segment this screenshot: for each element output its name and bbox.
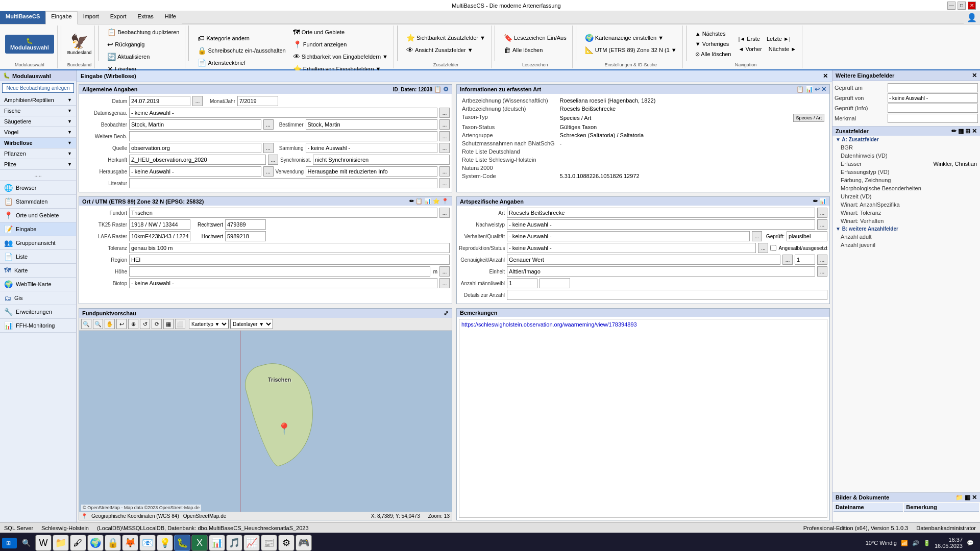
taskbar-word-btn[interactable]: W [35, 535, 52, 551]
fundort-btn[interactable]: ... [439, 208, 450, 218]
sidebar-item-pilze[interactable]: Pilze ▼ [0, 159, 76, 170]
right-panel-close-icon[interactable]: ✕ [972, 72, 977, 79]
sidebar-item-pflanzen[interactable]: Pflanzen ▼ [0, 148, 76, 159]
new-observation-btn[interactable]: Neue Beobachtung anlegen [2, 83, 74, 93]
tree-group-a[interactable]: ▼ A: Zusatzfelder [832, 136, 980, 143]
info-icon3[interactable]: ↩ [815, 86, 820, 93]
orte-gebiete-btn[interactable]: 🗺Orte und Gebiete [290, 27, 390, 38]
tree-child-winart-verhalten[interactable]: Winart: Verhalten [832, 217, 980, 225]
tab-multibasecs[interactable]: MultiBaseCS [0, 11, 45, 24]
sidebar-nav-ffh[interactable]: 📊 FFH-Monitoring [0, 319, 76, 333]
tree-child-morpho[interactable]: Morphologische Besonderheiten [832, 184, 980, 192]
tree-child-datenhinweis[interactable]: Datenhinweis (VD) [832, 152, 980, 160]
sammlung-btn[interactable]: ... [439, 143, 450, 153]
taskbar-excel-btn[interactable]: X [191, 535, 208, 551]
map-marker[interactable]: 📍 [277, 422, 291, 436]
toleranz-input[interactable] [129, 243, 450, 253]
rueckgaengig-btn[interactable]: ↩Rückgängig [105, 39, 182, 50]
tk25-input[interactable] [129, 219, 190, 230]
synchronisat-input[interactable] [313, 155, 450, 165]
zusatz-close-icon[interactable]: ✕ [972, 128, 977, 135]
start-btn[interactable]: ⊞ [2, 538, 17, 548]
tree-child-winart-anzahl[interactable]: Winart: AnzahlSpezifika [832, 201, 980, 209]
laea-input[interactable] [129, 231, 190, 241]
verwendung-input[interactable] [306, 166, 438, 177]
quelle-input[interactable] [129, 143, 261, 153]
modulauswahl-btn[interactable]: 🐛Modulauswahl [5, 35, 54, 54]
kategorie-aendern-btn[interactable]: 🏷Kategorie ändern [195, 33, 288, 44]
sidebar-nav-eingabe[interactable]: 📝 Eingabe [0, 222, 76, 236]
verhalten-btn[interactable]: ... [752, 231, 762, 241]
beobachter-input[interactable] [129, 119, 261, 130]
details-anzahl-input[interactable] [507, 290, 827, 300]
anzahl-w-input[interactable] [540, 278, 570, 288]
sidebar-nav-browser[interactable]: 🌐 Browser [0, 181, 76, 195]
loc-icon1[interactable]: ✏ [409, 198, 414, 205]
taskbar-app-btn[interactable]: 📈 [243, 535, 260, 551]
loc-icon3[interactable]: 📊 [424, 198, 431, 205]
rechtswert-input[interactable] [225, 219, 266, 230]
loc-icon4[interactable]: ⭐ [433, 198, 440, 205]
close-content-btn[interactable]: ✕ [823, 72, 828, 80]
loc-icon5[interactable]: 📍 [442, 198, 449, 205]
biotop-btn[interactable]: ... [439, 278, 450, 288]
taskbar-chart-btn[interactable]: 📊 [209, 535, 225, 551]
art-input[interactable] [507, 208, 815, 218]
data-layer-select[interactable]: Datenlayer ▼ [230, 319, 273, 329]
merkmal-input[interactable] [888, 114, 978, 123]
genauigkeit-btn[interactable]: ... [782, 255, 793, 265]
geprueft-info-input[interactable] [888, 104, 978, 113]
sidebar-nav-stammdaten[interactable]: 📋 Stammdaten [0, 195, 76, 209]
map-grid-btn[interactable]: ▦ [163, 319, 174, 329]
region-input[interactable] [129, 255, 450, 265]
sichtbarkeit-eingabefelder-btn[interactable]: 👁Sichtbarkeit von Eingabefeldern ▼ [290, 51, 390, 62]
erste-btn[interactable]: |◄ Erste [736, 34, 762, 43]
reproduktion-btn[interactable]: ... [758, 243, 768, 253]
aktualisieren-btn[interactable]: 🔄Aktualisieren [105, 51, 182, 62]
alle-loeschen-btn[interactable]: 🗑Alle löschen [501, 44, 569, 56]
map-center-btn[interactable]: ⊕ [128, 319, 138, 329]
map-zoom-in-btn[interactable]: 🔍 [81, 319, 91, 329]
herausgabe-btn[interactable]: ... [263, 166, 274, 177]
sidebar-nav-gruppenansicht[interactable]: 👥 Gruppenansicht [0, 236, 76, 250]
map-back-btn[interactable]: ↩ [116, 319, 127, 329]
user-icon[interactable]: 👤 [964, 11, 980, 24]
tree-child-anzahl-juvenil[interactable]: Anzahl juvenil [832, 241, 980, 249]
zusatz-edit-icon[interactable]: ✏ [951, 128, 957, 135]
sidebar-item-amphibien[interactable]: Amphibien/Reptilien ▼ [0, 95, 76, 106]
sidebar-nav-karte[interactable]: 🗺 Karte [0, 264, 76, 278]
sidebar-item-saeugetiere[interactable]: Säugetiere ▼ [0, 116, 76, 127]
utm-btn[interactable]: 📐UTM (ETRS 89) Zone 32 N (1 ▼ [582, 44, 679, 56]
general-copy-icon[interactable]: 📋 [434, 86, 442, 93]
map-rotate-btn[interactable]: ↺ [140, 319, 150, 329]
tree-child-erfasser[interactable]: ErfasserWinkler, Christian [832, 160, 980, 168]
weitere-beob-btn[interactable]: ... [439, 131, 450, 141]
sidebar-more-btn[interactable]: ..... [0, 170, 76, 180]
map-type-select[interactable]: Kartentyp ▼ [189, 319, 229, 329]
vorheriges-btn[interactable]: ▼ Vorheriges [693, 39, 734, 48]
tree-group-b[interactable]: ▼ B: weitere Anzahlfelder [832, 225, 980, 233]
art-icon1[interactable]: ✏ [813, 198, 818, 205]
taskbar-note-btn[interactable]: 💡 [157, 535, 173, 551]
map-zoom-out-btn[interactable]: 🔍 [93, 319, 103, 329]
tab-eingabe[interactable]: Eingabe [45, 11, 77, 24]
maximize-btn[interactable]: □ [958, 2, 966, 10]
species-art-btn[interactable]: Species / Art [793, 114, 824, 122]
minimize-btn[interactable]: — [947, 2, 955, 10]
geprueft-von-input[interactable] [888, 93, 978, 103]
tree-child-winart-toleranz[interactable]: Winart: Toleranz [832, 209, 980, 217]
geprueft-input[interactable] [787, 231, 827, 241]
herkunft-btn[interactable]: ... [268, 155, 278, 165]
tab-export[interactable]: Export [105, 11, 132, 24]
tab-extras[interactable]: Extras [132, 11, 159, 24]
anzahl-btn[interactable]: ... [817, 255, 827, 265]
taskbar-multibase-btn[interactable]: 🐛 [174, 535, 190, 551]
einheit-btn[interactable]: ... [817, 266, 827, 277]
nachweistyp-input[interactable] [507, 219, 815, 230]
bilder-grid-icon[interactable]: ▦ [965, 494, 970, 501]
taskbar-search-btn[interactable]: 🔍 [18, 535, 34, 551]
alle-loeschen2-btn[interactable]: ⊘ Alle löschen [693, 49, 734, 59]
beobachtung-duplizieren-btn[interactable]: 📋Beobachtung duplizieren [105, 27, 182, 38]
map-refresh-btn[interactable]: ⟳ [152, 319, 162, 329]
taskbar-firefox-btn[interactable]: 🦊 [122, 535, 138, 551]
